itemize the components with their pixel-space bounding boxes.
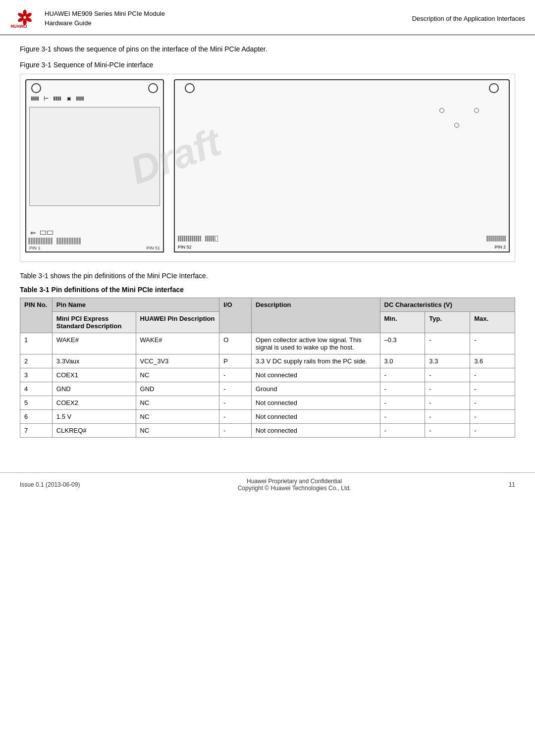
page-header: HUAWEI HUAWEI ME909 Series Mini PCIe Mod… — [0, 0, 535, 35]
table-row: 1 WAKE# WAKE# O Open collector active lo… — [20, 333, 515, 354]
cell-huawei-pin: NC — [136, 410, 219, 424]
cell-min: –0.3 — [380, 333, 425, 354]
cell-description: Not connected — [252, 396, 380, 410]
conn-pin — [57, 97, 59, 101]
pin-definitions-table: PIN No. Pin Name I/O Description DC Char… — [20, 298, 515, 438]
col-header-mini-pci: Mini PCI Express Standard Description — [52, 312, 136, 333]
contact-pin — [69, 238, 71, 245]
cell-mini-pci: 1.5 V — [52, 410, 136, 424]
main-content: Figure 3-1 shows the sequence of pins on… — [0, 35, 535, 462]
r-contact-pin — [196, 236, 197, 242]
figure-label: Figure 3-1 Sequence of Mini-PCIe interfa… — [20, 61, 515, 69]
contact-gap — [53, 238, 56, 245]
header-product-info: HUAWEI ME909 Series Mini PCIe Module Har… — [45, 9, 165, 28]
contact-pin — [79, 238, 81, 245]
usb-symbol: ⊢ — [44, 95, 49, 102]
cell-typ: - — [425, 410, 470, 424]
cell-pin-no: 1 — [20, 333, 53, 354]
step-conn-1 — [40, 231, 46, 235]
cell-min: - — [380, 368, 425, 382]
contact-pin — [74, 238, 76, 245]
table-row: 4 GND GND - Ground - - - — [20, 382, 515, 396]
pcie-left-bottom: ⇐ — [26, 228, 163, 252]
conn-pin — [80, 97, 82, 101]
cell-io: - — [219, 368, 252, 382]
contact-pin — [59, 238, 61, 245]
contact-pin — [71, 238, 73, 245]
small-circle-1 — [439, 108, 444, 113]
footer-center: Huawei Proprietary and Confidential Copy… — [80, 478, 508, 492]
cell-mini-pci: WAKE# — [52, 333, 136, 354]
cell-io: O — [219, 333, 252, 354]
col-header-io: I/O — [219, 298, 252, 333]
r-contact-notch — [215, 236, 218, 242]
contacts-group-2 — [56, 238, 81, 245]
r-contact-pin — [492, 236, 494, 242]
cell-max: - — [470, 424, 515, 438]
r-contact-pin — [207, 236, 209, 242]
r-contact-pin — [213, 236, 214, 242]
pin-table-body: 1 WAKE# WAKE# O Open collector active lo… — [20, 333, 515, 438]
table-label-bold: Table 3-1 — [20, 286, 50, 294]
r-contact-pin — [498, 236, 500, 242]
cell-max: 3.6 — [470, 354, 515, 368]
r-contact-pin — [188, 236, 189, 242]
r-contact-pin — [198, 236, 199, 242]
contact-pin — [38, 238, 40, 245]
pin-label-52: PIN 52 — [178, 245, 192, 250]
cell-huawei-pin: NC — [136, 396, 219, 410]
cell-description: Open collector active low signal. This s… — [252, 333, 380, 354]
right-mount-2 — [489, 83, 499, 93]
header-section-title: Description of the Application Interface… — [165, 15, 525, 22]
contact-pin — [61, 238, 63, 245]
contacts-group-1 — [28, 238, 53, 245]
col-header-max: Max. — [470, 312, 515, 333]
col-header-description: Description — [252, 298, 380, 333]
pcie-right-mid-circles — [175, 93, 509, 113]
col-header-pin-name: Pin Name — [52, 298, 219, 312]
arrow-row: ⇐ — [26, 228, 163, 238]
small-circle-2 — [474, 108, 479, 113]
cell-io: - — [219, 410, 252, 424]
footer-issue: Issue 0.1 (2013-06-09) — [20, 481, 80, 488]
contact-pin — [56, 238, 58, 245]
table-row: 5 COEX2 NC - Not connected - - - — [20, 396, 515, 410]
contact-pin — [66, 238, 68, 245]
cell-typ: - — [425, 424, 470, 438]
mini-connector-1 — [31, 97, 39, 101]
connector-top-area: ⊢ ▣ — [26, 93, 163, 104]
cell-max: - — [470, 333, 515, 354]
cell-io: - — [219, 396, 252, 410]
cell-min: - — [380, 424, 425, 438]
col-header-dc: DC Characteristics (V) — [380, 298, 515, 312]
table-label-text: Pin definitions of the Mini PCIe interfa… — [50, 286, 184, 294]
cell-pin-no: 2 — [20, 354, 53, 368]
contact-pin — [31, 238, 33, 245]
cell-huawei-pin: VCC_3V3 — [136, 354, 219, 368]
gold-contacts-left — [26, 238, 163, 245]
cell-typ: - — [425, 333, 470, 354]
cell-typ: - — [425, 368, 470, 382]
conn-pin — [82, 97, 84, 101]
cell-pin-no: 3 — [20, 368, 53, 382]
svg-text:HUAWEI: HUAWEI — [11, 24, 27, 29]
contact-pin — [46, 238, 48, 245]
table-header-row-1: PIN No. Pin Name I/O Description DC Char… — [20, 298, 515, 312]
cell-mini-pci: COEX1 — [52, 368, 136, 382]
cell-max: - — [470, 368, 515, 382]
cell-huawei-pin: GND — [136, 382, 219, 396]
contact-pin — [76, 238, 78, 245]
conn-pin — [35, 97, 37, 101]
logo-area: HUAWEI HUAWEI ME909 Series Mini PCIe Mod… — [10, 6, 165, 31]
pcie-right-bottom-circle — [175, 113, 509, 128]
table-row: 3 COEX1 NC - Not connected - - - — [20, 368, 515, 382]
col-header-min: Min. — [380, 312, 425, 333]
contact-gap-r — [202, 236, 205, 242]
r-contact-pin — [200, 236, 201, 242]
contact-pin — [64, 238, 66, 245]
conn-pin — [59, 97, 61, 101]
step-connectors — [40, 231, 53, 235]
cell-description: Not connected — [252, 368, 380, 382]
cell-min: - — [380, 382, 425, 396]
pin-label-1: PIN 1 — [29, 246, 41, 251]
